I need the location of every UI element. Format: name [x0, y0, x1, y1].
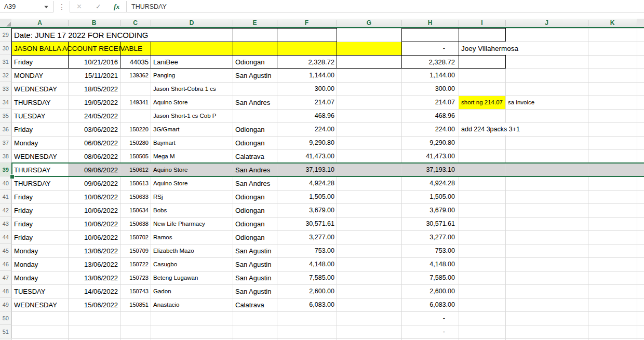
cell-C39[interactable]: 150612 — [120, 163, 151, 176]
cell-F35[interactable]: 468.96 — [277, 109, 337, 123]
row-header-34[interactable]: 34 — [0, 96, 11, 109]
cell-E48[interactable]: San Agustin — [233, 284, 277, 298]
cell-H36[interactable]: 224.00 — [401, 123, 459, 136]
cell-B46[interactable]: 13/06/2022 — [68, 257, 120, 271]
cell-E46[interactable]: San Agustin — [233, 257, 277, 271]
cell-A47[interactable]: Monday — [11, 271, 68, 284]
name-box[interactable]: A39 — [0, 1, 53, 12]
cell-D32[interactable]: Panging — [151, 69, 233, 82]
row-header-51[interactable]: 51 — [0, 325, 11, 338]
cell-E41[interactable]: Odiongan — [233, 190, 277, 203]
cell-A39[interactable]: THURSDAY — [11, 163, 68, 176]
cell-A45[interactable]: Monday — [11, 244, 68, 257]
cell-D41[interactable]: RSj — [151, 190, 233, 203]
cell-H43[interactable]: 30,571.61 — [401, 217, 459, 230]
cell-H41[interactable]: 1,505.00 — [401, 190, 459, 203]
cell-F46[interactable]: 4,148.00 — [277, 257, 337, 271]
cell-H31[interactable]: 2,328.72 — [401, 55, 459, 69]
row-header-47[interactable]: 47 — [0, 271, 11, 284]
cell-E45[interactable]: San Agustin — [233, 244, 277, 257]
cell-B47[interactable]: 13/06/2022 — [68, 271, 120, 284]
formula-bar[interactable]: THURSDAY — [127, 1, 644, 12]
cell-B33[interactable]: 18/05/2022 — [68, 82, 120, 96]
cell-C47[interactable]: 150723 — [120, 271, 151, 284]
row-header-41[interactable]: 41 — [0, 190, 11, 203]
cell-A38[interactable]: WEDNESDAY — [11, 149, 68, 163]
cell-A44[interactable]: Friday — [11, 230, 68, 244]
row-header-46[interactable]: 46 — [0, 257, 11, 271]
row-header-30[interactable]: 30 — [0, 42, 11, 55]
cell-B41[interactable]: 10/06/2022 — [68, 190, 120, 203]
cell-C36[interactable]: 150220 — [120, 123, 151, 136]
cell-H42[interactable]: 3,679.00 — [401, 203, 459, 217]
cell-C40[interactable]: 150613 — [120, 176, 151, 190]
cell-F42[interactable]: 3,679.00 — [277, 203, 337, 217]
cell-B36[interactable]: 03/06/2022 — [68, 123, 120, 136]
insert-function-icon[interactable]: fx — [114, 1, 119, 12]
cell-F39[interactable]: 37,193.10 — [277, 163, 337, 176]
cell-B40[interactable]: 09/06/2022 — [68, 176, 120, 190]
cell-F48[interactable]: 2,600.00 — [277, 284, 337, 298]
cell-E38[interactable]: Calatrava — [233, 149, 277, 163]
cell-H46[interactable]: 4,148.00 — [401, 257, 459, 271]
cell-F36[interactable]: 224.00 — [277, 123, 337, 136]
cell-B43[interactable]: 10/06/2022 — [68, 217, 120, 230]
row-header-45[interactable]: 45 — [0, 244, 11, 257]
cell-A36[interactable]: Friday — [11, 123, 68, 136]
cell-C46[interactable]: 150722 — [120, 257, 151, 271]
cell-D38[interactable]: Mega M — [151, 149, 233, 163]
row-header-37[interactable]: 37 — [0, 136, 11, 149]
cell-C38[interactable]: 150505 — [120, 149, 151, 163]
cell-A29[interactable]: Date: JUNE 17 2022 FOR ENCODING — [11, 28, 233, 42]
cell-B34[interactable]: 19/05/2022 — [68, 96, 120, 109]
cell-E43[interactable]: Odiongan — [233, 217, 277, 230]
cell-A35[interactable]: TUESDAY — [11, 109, 68, 123]
column-header-E[interactable]: E — [233, 19, 277, 27]
cell-C31[interactable]: 44035 — [120, 55, 151, 69]
cell-H51[interactable]: - — [401, 325, 459, 338]
column-header-D[interactable]: D — [151, 19, 233, 27]
column-header-B[interactable]: B — [68, 19, 120, 27]
cell-C41[interactable]: 150633 — [120, 190, 151, 203]
cell-H48[interactable]: 2,600.00 — [401, 284, 459, 298]
cell-E36[interactable]: Odiongan — [233, 123, 277, 136]
cell-E47[interactable]: San Agustin — [233, 271, 277, 284]
column-header-J[interactable]: J — [505, 19, 588, 27]
cell-A49[interactable]: WEDNESDAY — [11, 298, 68, 311]
cell-C34[interactable]: 149341 — [120, 96, 151, 109]
cell-B42[interactable]: 10/06/2022 — [68, 203, 120, 217]
column-header-F[interactable]: F — [277, 19, 337, 27]
cell-D48[interactable]: Gadon — [151, 284, 233, 298]
cell-E32[interactable]: San Agustin — [233, 69, 277, 82]
cell-C37[interactable]: 150280 — [120, 136, 151, 149]
cell-F38[interactable]: 41,473.00 — [277, 149, 337, 163]
cell-D43[interactable]: New Life Pharmacy — [151, 217, 233, 230]
cell-B38[interactable]: 08/06/2022 — [68, 149, 120, 163]
cell-E40[interactable]: San Andres — [233, 176, 277, 190]
cell-D42[interactable]: Bobs — [151, 203, 233, 217]
cell-F37[interactable]: 9,290.80 — [277, 136, 337, 149]
cell-B35[interactable]: 24/05/2022 — [68, 109, 120, 123]
cell-D47[interactable]: Beteng Lugawan — [151, 271, 233, 284]
cell-E31[interactable]: Odiongan — [233, 55, 277, 69]
cell-A37[interactable]: Monday — [11, 136, 68, 149]
cell-F47[interactable]: 7,585.00 — [277, 271, 337, 284]
cell-J34[interactable]: sa invoice — [505, 96, 588, 109]
cell-B45[interactable]: 13/06/2022 — [68, 244, 120, 257]
chevron-down-icon[interactable] — [44, 6, 48, 8]
cell-E37[interactable]: Odiongan — [233, 136, 277, 149]
cell-A30[interactable]: JASON BALLA ACCOUNT RECEIVABLE — [11, 42, 401, 55]
cell-E39[interactable]: San Andres — [233, 163, 277, 176]
row-header-31[interactable]: 31 — [0, 55, 11, 69]
row-header-32[interactable]: 32 — [0, 69, 11, 82]
row-header-35[interactable]: 35 — [0, 109, 11, 123]
cell-D33[interactable]: Jason Short-Cobra 1 cs — [151, 82, 233, 96]
cell-F41[interactable]: 1,505.00 — [277, 190, 337, 203]
cell-E49[interactable]: Calatrava — [233, 298, 277, 311]
cancel-icon[interactable]: ✕ — [76, 1, 82, 12]
row-header-33[interactable]: 33 — [0, 82, 11, 96]
row-header-44[interactable]: 44 — [0, 230, 11, 244]
cell-F33[interactable]: 300.00 — [277, 82, 337, 96]
enter-icon[interactable]: ✓ — [96, 1, 101, 12]
cell-D40[interactable]: Aquino Store — [151, 176, 233, 190]
